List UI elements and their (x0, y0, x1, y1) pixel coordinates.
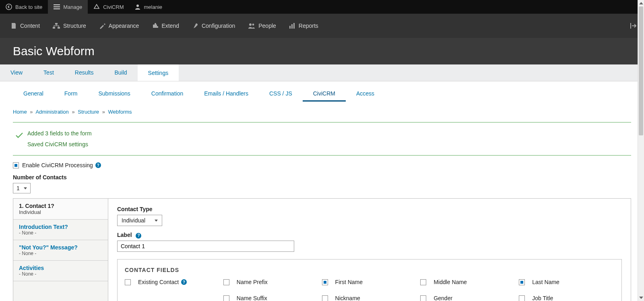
subtab-form[interactable]: Form (54, 87, 88, 102)
num-contacts-select[interactable]: 1 (13, 183, 31, 193)
admin-people[interactable]: People (242, 14, 283, 38)
sidebar-contact1-sub: Individual (19, 209, 102, 215)
gender-checkbox[interactable] (420, 295, 426, 301)
breadcrumb-administration[interactable]: Administration (35, 109, 68, 115)
sidebar: 1. Contact 1? Individual Introduction Te… (13, 199, 108, 301)
svg-rect-5 (55, 23, 58, 25)
secondary-tabs: General Form Submissions Confirmation Em… (0, 87, 644, 102)
admin-content[interactable]: Content (4, 14, 46, 38)
existing-contact-checkbox[interactable] (125, 279, 131, 285)
help-icon[interactable]: ? (136, 233, 141, 239)
sidebar-intro-title: Introduction Text? (19, 224, 102, 230)
civicrm-toolbar-button[interactable]: CiviCRM (88, 0, 129, 14)
scroll-down-button[interactable] (638, 295, 644, 301)
svg-rect-13 (630, 23, 631, 29)
admin-structure[interactable]: Structure (46, 14, 93, 38)
user-name-label: melanie (144, 4, 162, 10)
subtab-confirmation[interactable]: Confirmation (141, 87, 194, 102)
scroll-thumb[interactable] (639, 6, 643, 135)
svg-point-4 (136, 4, 139, 7)
admin-structure-label: Structure (63, 23, 86, 29)
user-menu-button[interactable]: melanie (129, 0, 168, 14)
structure-icon (53, 23, 60, 29)
admin-appearance[interactable]: Appearance (93, 14, 146, 38)
first-name-label: First Name (335, 279, 363, 285)
first-name-checkbox[interactable] (322, 279, 328, 285)
svg-rect-1 (54, 4, 60, 5)
breadcrumb-sep: » (101, 109, 107, 115)
appearance-icon (99, 23, 105, 29)
contact-type-select[interactable]: Individual (117, 215, 162, 226)
manage-button[interactable]: Manage (48, 0, 88, 14)
civicrm-toolbar-label: CiviCRM (103, 4, 124, 10)
sidebar-item-notyou[interactable]: "Not You?" Message? - None - (13, 240, 108, 261)
status-messages: Added 3 fields to the form Saved CiviCRM… (13, 122, 631, 156)
admin-reports[interactable]: Reports (283, 14, 325, 38)
sidebar-item-contact1[interactable]: 1. Contact 1? Individual (13, 199, 108, 220)
back-to-site-label: Back to site (15, 4, 42, 10)
nickname-label: Nickname (335, 295, 360, 301)
nickname-checkbox[interactable] (322, 295, 328, 301)
sidebar-notyou-title: "Not You?" Message? (19, 244, 102, 251)
tab-settings[interactable]: Settings (138, 64, 179, 81)
contact-fields-fieldset: CONTACT FIELDS Existing Contact ? Name P… (117, 259, 622, 301)
tab-results[interactable]: Results (64, 64, 104, 81)
svg-rect-7 (58, 27, 60, 29)
admin-reports-label: Reports (299, 23, 318, 29)
people-icon (248, 23, 255, 29)
tab-test[interactable]: Test (33, 64, 64, 81)
status-line-1: Added 3 fields to the form (27, 128, 631, 139)
middle-name-checkbox[interactable] (420, 279, 426, 285)
name-prefix-label: Name Prefix (237, 279, 268, 285)
gender-label: Gender (433, 295, 452, 301)
subtab-civicrm[interactable]: CiviCRM (303, 87, 346, 102)
contact-fields-legend: CONTACT FIELDS (118, 267, 621, 279)
breadcrumb-webforms[interactable]: Webforms (108, 109, 132, 115)
name-prefix-checkbox[interactable] (223, 279, 229, 285)
breadcrumb-sep: » (70, 109, 76, 115)
tab-view[interactable]: View (0, 64, 33, 81)
label-label: Label (117, 232, 132, 238)
enable-civicrm-checkbox[interactable] (13, 162, 19, 168)
toolbar-top: Back to site Manage CiviCRM melanie (0, 0, 644, 14)
admin-content-label: Content (20, 23, 40, 29)
svg-point-8 (249, 23, 252, 26)
sidebar-item-intro[interactable]: Introduction Text? - None - (13, 220, 108, 240)
admin-extend[interactable]: Extend (145, 14, 186, 38)
scroll-up-button[interactable] (638, 0, 644, 6)
user-icon (135, 4, 140, 10)
status-line-2: Saved CiviCRM settings (27, 139, 631, 150)
admin-appearance-label: Appearance (109, 23, 139, 29)
scrollbar[interactable] (638, 0, 644, 301)
form-region: Enable CiviCRM Processing ? Number of Co… (0, 160, 644, 193)
name-suffix-checkbox[interactable] (223, 295, 229, 301)
middle-name-label: Middle Name (433, 279, 466, 285)
admin-extend-label: Extend (161, 23, 179, 29)
job-title-checkbox[interactable] (519, 295, 525, 301)
breadcrumb-home[interactable]: Home (13, 109, 27, 115)
last-name-checkbox[interactable] (519, 279, 525, 285)
label-input[interactable] (117, 241, 294, 252)
breadcrumb-sep: » (28, 109, 34, 115)
subtab-submissions[interactable]: Submissions (88, 87, 140, 102)
svg-rect-11 (291, 24, 293, 29)
name-suffix-label: Name Suffix (237, 295, 267, 301)
admin-people-label: People (258, 23, 276, 29)
admin-configuration[interactable]: Configuration (186, 14, 242, 38)
svg-rect-3 (54, 8, 60, 9)
subtab-cssjs[interactable]: CSS / JS (259, 87, 303, 102)
help-icon[interactable]: ? (95, 162, 101, 168)
primary-tabs: View Test Results Build Settings (0, 64, 644, 81)
subtab-emails[interactable]: Emails / Handlers (194, 87, 259, 102)
subtab-access[interactable]: Access (346, 87, 385, 102)
breadcrumb-structure[interactable]: Structure (78, 109, 99, 115)
subtab-general[interactable]: General (13, 87, 54, 102)
tab-build[interactable]: Build (104, 64, 137, 81)
reports-icon (289, 23, 295, 29)
sidebar-item-activities[interactable]: Activities - None - (13, 261, 108, 281)
sidebar-notyou-sub: - None - (19, 251, 102, 256)
civicrm-editor: 1. Contact 1? Individual Introduction Te… (13, 198, 631, 301)
contact-type-value: Individual (122, 217, 145, 224)
help-icon[interactable]: ? (181, 279, 187, 285)
back-to-site-button[interactable]: Back to site (0, 0, 48, 14)
